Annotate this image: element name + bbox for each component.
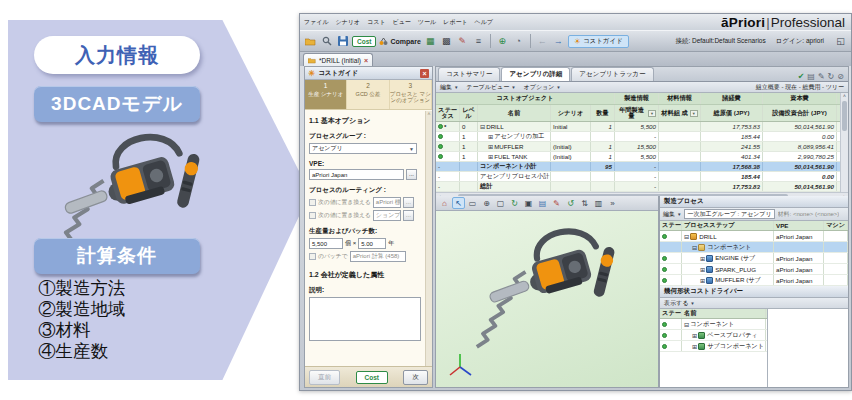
col-name[interactable]: 名前	[478, 105, 551, 121]
marquee-icon[interactable]: ▭	[466, 197, 479, 209]
volume-input[interactable]: 5,500	[309, 238, 343, 249]
years-input[interactable]: 5.00	[358, 238, 386, 249]
cost-toolbar-button[interactable]: Cost	[352, 36, 376, 47]
fit-view-icon[interactable]: ▢	[494, 197, 507, 209]
routing1-field[interactable]: aPriori 標	[373, 197, 401, 208]
step-gcd-tolerance[interactable]: 2 GCD 公差	[347, 80, 389, 109]
table-dark-icon[interactable]: ▩	[440, 35, 453, 48]
prev-button[interactable]: 直前	[309, 370, 340, 385]
geometry-row-base-properties[interactable]: ⊞ベースプロパティ	[660, 330, 767, 341]
tab-assembly-tracker[interactable]: アセンブリトラッカー	[571, 67, 653, 81]
pan-icon[interactable]: ⇅	[578, 197, 591, 209]
expand-icon[interactable]: ⊞	[692, 343, 697, 350]
menu-help[interactable]: ヘルプ	[475, 18, 493, 27]
col-annual-volume[interactable]: 年間製造 量▼	[615, 105, 659, 121]
layout-panel-icon[interactable]: ◱	[834, 35, 847, 48]
overflow-icon[interactable]: »	[606, 197, 619, 209]
publish-globe-icon[interactable]: ⊕	[496, 35, 509, 48]
open-folder-icon[interactable]	[304, 35, 317, 48]
col-scenario[interactable]: シナリオ	[551, 105, 591, 121]
cost-button[interactable]: Cost	[356, 371, 388, 384]
step-production-scenario[interactable]: 1 生産 シナリオ	[305, 80, 347, 109]
vpe-browse-button[interactable]: ...	[406, 169, 417, 180]
expand-icon[interactable]: ⊞	[700, 255, 705, 262]
batch-checkbox[interactable]	[309, 253, 316, 260]
rotate-icon[interactable]: ↺	[564, 197, 577, 209]
description-textarea[interactable]	[309, 297, 421, 341]
options-menu[interactable]: オプション▼	[524, 83, 561, 92]
routing2-checkbox[interactable]	[309, 212, 316, 219]
tab-cost-summary[interactable]: コストサマリー	[438, 67, 500, 81]
cost-guide-scrollbar[interactable]: ˄	[425, 111, 432, 366]
select-icon[interactable]: ↖	[452, 197, 465, 209]
cost-guide-toolbar-button[interactable]: ☀ コストガイド	[568, 35, 629, 48]
vpe-field[interactable]: aPriori Japan	[309, 169, 404, 180]
viewer-viewport[interactable]	[436, 211, 658, 387]
process-row-drill[interactable]: ⊟DRILL aPriori Japan	[660, 231, 848, 242]
zoom-icon[interactable]: ⊕	[480, 197, 493, 209]
col-level[interactable]: レベル	[460, 105, 478, 121]
compare-button[interactable]: Compare	[379, 37, 420, 46]
panel-close-icon[interactable]: ×	[420, 69, 429, 78]
scroll-thumb[interactable]	[842, 101, 847, 131]
tab-assembly-details[interactable]: アセンブリの詳細	[501, 67, 570, 81]
drill-3d-model[interactable]	[466, 215, 636, 355]
menu-view[interactable]: ビュー	[393, 18, 411, 27]
table-row-drill[interactable]: * 0 ⊟DRILL Initial 1 5,500 17,753.83 50,…	[436, 122, 848, 132]
process-row-muffler[interactable]: ⊞MUFFLER (サブ aPriori Japan	[660, 275, 848, 286]
table-row-muffler[interactable]: 1 ⊞MUFFLER (Initial) 1 15,500 241.55 8,0…	[436, 142, 848, 152]
tab-close-icon[interactable]: ×	[364, 57, 368, 64]
collapse-icon[interactable]: ⊟	[684, 321, 689, 328]
copy-icon[interactable]: ▤	[807, 72, 815, 81]
next-button[interactable]: 次	[403, 370, 428, 385]
edit-menu[interactable]: 編集▼	[663, 210, 681, 219]
geometry-row-sub-components[interactable]: ⊞サブコンポーネント	[660, 341, 767, 352]
notes-icon[interactable]: ≡	[472, 35, 485, 48]
dashboard-gauge-icon[interactable]: ◔	[512, 35, 525, 48]
col-capital-investment[interactable]: 設備投資合計 (JPY)	[763, 105, 837, 121]
home-icon[interactable]: ⌂	[438, 197, 451, 209]
expand-icon[interactable]: ⊞	[692, 332, 697, 339]
table-row-assembly-process[interactable]: 1 ⊞アセンブリの加工 - 185.44 0.00	[436, 132, 848, 142]
history-icon[interactable]: ⊘	[837, 72, 844, 81]
filter-icon[interactable]: ▼	[648, 110, 656, 117]
col-material-comp[interactable]: 材料組 成▼	[659, 105, 701, 121]
table-row-fuel-tank[interactable]: 1 ⊞FUEL TANK (Initial) 1 5,500 401.34 2,…	[436, 152, 848, 162]
geometry-row-components[interactable]: ⊟コンポーネント	[660, 319, 767, 330]
expand-icon[interactable]: ⊞	[488, 133, 493, 140]
refresh-icon[interactable]: ↻	[508, 197, 521, 209]
menu-tools[interactable]: ツール	[418, 18, 436, 27]
save-icon[interactable]	[336, 35, 349, 48]
batch-field[interactable]: aPriori 計算 (458)	[350, 251, 406, 262]
filter-icon[interactable]: ▼	[690, 110, 698, 117]
collapse-icon[interactable]: ⊟	[480, 123, 485, 130]
expand-icon[interactable]: ⊞	[488, 153, 493, 160]
routing1-checkbox[interactable]	[309, 199, 316, 206]
view-mode-icon[interactable]: ▣	[522, 197, 535, 209]
expand-icon[interactable]: ⊞	[700, 277, 705, 284]
process-row-components[interactable]: ⊟コンポーネント	[660, 242, 848, 253]
menu-scenario[interactable]: シナリオ	[336, 18, 361, 27]
snapshot-icon[interactable]: ▤	[536, 197, 549, 209]
process-group-select[interactable]: アセンブリ ▼	[309, 143, 417, 154]
edit-menu[interactable]: 編集▼	[440, 83, 458, 92]
table-export-icon[interactable]: ▦	[424, 35, 437, 48]
col-status[interactable]: ステータス	[436, 105, 460, 121]
col-total-cost[interactable]: 総原価 (JPY)	[701, 105, 763, 121]
collapse-icon[interactable]: ⊟	[692, 244, 697, 251]
table-row-process-subtotal[interactable]: - アセンブリプロセス小計 - 185.44 0.00	[436, 172, 848, 182]
tableview-menu[interactable]: テーブルビュー▼	[466, 83, 515, 92]
routing2-field[interactable]: ションプロセ	[373, 210, 401, 221]
menu-cost[interactable]: コスト	[367, 18, 385, 27]
process-group-box[interactable]: 一次加工グループ : アセンブリ	[684, 209, 774, 219]
col-qty[interactable]: 数量	[591, 105, 615, 121]
table-row-component-subtotal[interactable]: - コンポーネント小計 95 - 17,568.38 50,014,561.90	[436, 162, 848, 172]
edit-pencil-icon[interactable]: ✎	[456, 35, 469, 48]
expand-icon[interactable]: ⊞	[488, 143, 493, 150]
step-process-machine-options[interactable]: 3 プロセスと マシンのオプション	[390, 80, 432, 109]
validate-check-icon[interactable]: ✔	[798, 72, 805, 81]
edit-icon[interactable]: ✎	[818, 72, 825, 81]
document-tab[interactable]: *DRILL (Initial) ×	[303, 53, 373, 66]
collapse-icon[interactable]: ⊟	[684, 233, 689, 240]
refresh-icon[interactable]: ↻	[828, 72, 835, 81]
